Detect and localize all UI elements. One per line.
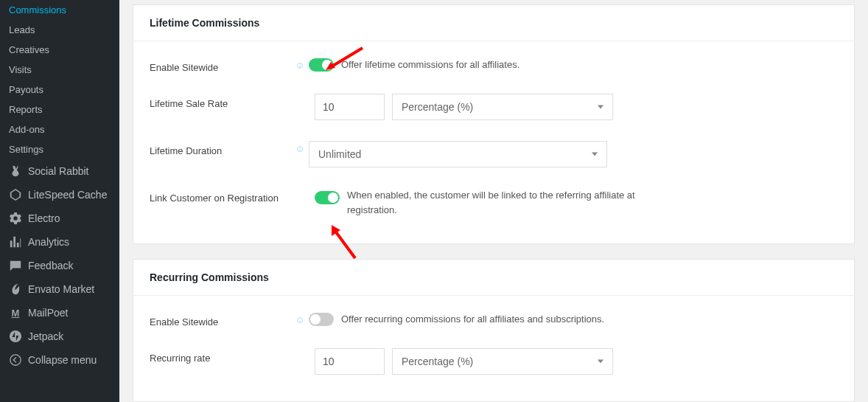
sidebar-item-label: Social Rabbit	[28, 165, 89, 177]
info-icon[interactable]: i	[297, 146, 303, 152]
duration-select[interactable]: Unlimited	[309, 141, 607, 167]
sidebar-item-social-rabbit[interactable]: Social Rabbit	[0, 159, 119, 183]
chevron-down-icon	[592, 153, 598, 156]
sidebar-item-label: Electro	[28, 212, 60, 224]
sale-rate-input[interactable]	[315, 94, 385, 120]
chart-icon	[9, 235, 22, 249]
info-icon[interactable]: i	[297, 317, 303, 323]
sidebar-item-payouts[interactable]: Payouts	[0, 80, 119, 100]
chevron-down-icon	[598, 360, 603, 364]
sidebar-item-commissions[interactable]: Commissions	[0, 0, 119, 20]
field-label: Link Customer on Registration	[150, 188, 297, 204]
sidebar-item-label: Collapse menu	[28, 354, 97, 366]
sidebar-item-creatives[interactable]: Creatives	[0, 40, 119, 60]
field-description: Offer recurring commissions for all affi…	[341, 312, 604, 327]
sidebar-item-collapse[interactable]: Collapse menu	[0, 348, 119, 372]
field-description: When enabled, the customer will be linke…	[347, 188, 657, 217]
sidebar-item-feedback[interactable]: Feedback	[0, 254, 119, 277]
enable-sitewide-row: Enable Sitewide i Offer lifetime commiss…	[150, 47, 838, 83]
field-label: Enable Sitewide	[150, 312, 297, 328]
envato-icon	[9, 283, 22, 296]
select-value: Percentage (%)	[402, 356, 473, 367]
sidebar-item-label: Jetpack	[28, 330, 63, 342]
sidebar-item-reports[interactable]: Reports	[0, 100, 119, 119]
sidebar-item-label: Feedback	[28, 260, 73, 271]
recurring-rate-unit-select[interactable]: Percentage (%)	[392, 348, 613, 375]
lifetime-commissions-panel: Lifetime Commissions Enable Sitewide i O…	[133, 4, 855, 244]
sidebar-item-label: MailPoet	[28, 307, 68, 319]
field-label: Lifetime Sale Rate	[150, 94, 297, 109]
gear-icon	[9, 212, 22, 225]
litespeed-icon	[9, 188, 22, 201]
field-label: Recurring rate	[150, 348, 297, 364]
collapse-icon	[9, 353, 22, 367]
sidebar-item-visits[interactable]: Visits	[0, 60, 119, 80]
select-value: Unlimited	[318, 148, 361, 160]
recurring-enable-row: Enable Sitewide i Offer recurring commis…	[150, 302, 838, 338]
recurring-enable-toggle[interactable]	[309, 313, 334, 326]
field-label: Enable Sitewide	[150, 58, 297, 73]
sidebar-item-mailpoet[interactable]: M MailPoet	[0, 301, 119, 325]
sale-rate-unit-select[interactable]: Percentage (%)	[392, 94, 613, 120]
sidebar-item-label: LiteSpeed Cache	[28, 189, 107, 201]
content-area: Lifetime Commissions Enable Sitewide i O…	[119, 0, 868, 402]
sidebar-item-label: Analytics	[28, 236, 69, 248]
chevron-down-icon	[598, 105, 603, 109]
panel-title: Lifetime Commissions	[133, 5, 854, 41]
svg-point-1	[10, 355, 21, 365]
info-icon[interactable]: i	[297, 63, 303, 69]
sidebar-item-addons[interactable]: Add-ons	[0, 119, 119, 139]
sidebar-item-electro[interactable]: Electro	[0, 207, 119, 230]
rabbit-icon	[9, 164, 22, 178]
jetpack-icon	[9, 330, 22, 343]
link-customer-row: Link Customer on Registration When enabl…	[150, 178, 838, 227]
svg-point-0	[10, 330, 21, 342]
admin-sidebar: Commissions Leads Creatives Visits Payou…	[0, 0, 119, 402]
select-value: Percentage (%)	[402, 101, 473, 113]
sidebar-item-analytics[interactable]: Analytics	[0, 230, 119, 254]
recurring-rate-row: Recurring rate Percentage (%)	[150, 338, 838, 385]
sidebar-item-settings[interactable]: Settings	[0, 139, 119, 159]
sidebar-item-litespeed[interactable]: LiteSpeed Cache	[0, 183, 119, 207]
field-description: Offer lifetime commissions for all affil…	[341, 58, 519, 72]
lifetime-sale-rate-row: Lifetime Sale Rate Percentage (%)	[150, 83, 838, 131]
recurring-rate-input[interactable]	[315, 348, 385, 375]
panel-title: Recurring Commissions	[133, 260, 854, 296]
mailpoet-icon: M	[9, 306, 22, 319]
sidebar-item-envato[interactable]: Envato Market	[0, 277, 119, 301]
sidebar-item-leads[interactable]: Leads	[0, 20, 119, 40]
field-label: Lifetime Duration	[150, 141, 297, 156]
recurring-commissions-panel: Recurring Commissions Enable Sitewide i …	[133, 259, 855, 402]
sidebar-item-jetpack[interactable]: Jetpack	[0, 325, 119, 348]
lifetime-duration-row: Lifetime Duration i Unlimited	[150, 131, 838, 178]
feedback-icon	[9, 259, 22, 272]
sidebar-item-label: Envato Market	[28, 283, 94, 295]
enable-sitewide-toggle[interactable]	[309, 58, 334, 72]
link-customer-toggle[interactable]	[315, 191, 340, 204]
